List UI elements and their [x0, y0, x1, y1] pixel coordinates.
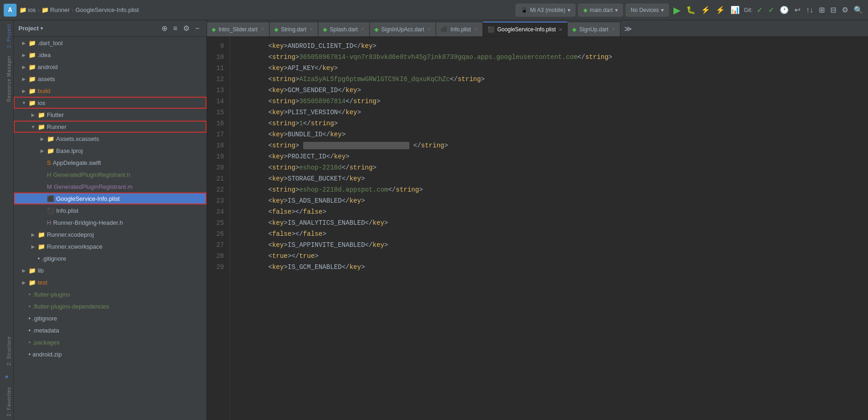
git-push-icon[interactable]: ↑↓ [805, 6, 815, 14]
folder-icon-assets: 📁 [29, 76, 36, 82]
git-undo-icon[interactable]: ↩ [793, 6, 802, 14]
search-icon[interactable]: 🔍 [852, 6, 864, 14]
breadcrumb-ios[interactable]: 📁 ios [19, 6, 36, 13]
tree-bridging[interactable]: ▶ H Runner-Bridging-Header.h [14, 216, 207, 228]
folder-icon-ios: 📁 [29, 99, 36, 106]
tab-icon-string: ◆ [274, 26, 278, 33]
file-icon-plist-gs: ⬛ [47, 195, 54, 202]
tree-metadata[interactable]: ▶ • .metadata [14, 324, 207, 336]
tree-assets[interactable]: ▶ 📁 assets [14, 73, 207, 85]
arrow-icon-xcassets: ▶ [40, 136, 45, 141]
tree-gpr-m[interactable]: ▶ M GeneratedPluginRegistrant.m [14, 181, 207, 192]
tree-runner[interactable]: ▼ 📁 Runner [14, 121, 207, 133]
tree-info-plist[interactable]: ▶ ⬛ Info.plist [14, 204, 207, 216]
tree-base-lproj[interactable]: ▶ 📁 Base.lproj [14, 145, 207, 157]
tree-flutter-plugins[interactable]: ▶ • .flutter-plugins [14, 288, 207, 300]
tree-gitignore-ios[interactable]: ▶ • .gitignore [14, 252, 207, 264]
tree-packages[interactable]: ▶ • .packages [14, 336, 207, 348]
tree-appdelegate[interactable]: ▶ S AppDelegate.swift [14, 157, 207, 169]
tree-android[interactable]: ▶ 📁 android [14, 61, 207, 73]
tab-splash[interactable]: ◆ Splash.dart ✕ [318, 22, 370, 36]
code-line-14: <string>365058967814</string> [237, 96, 861, 107]
panel-icon[interactable]: ⊟ [829, 6, 838, 14]
run-button[interactable]: ▶ [672, 5, 682, 16]
settings-sidebar-btn[interactable]: ⚙ [182, 24, 191, 33]
tab-close-info[interactable]: ✕ [474, 26, 478, 32]
close-sidebar-btn[interactable]: − [193, 24, 202, 33]
folder-icon-flutter: 📁 [38, 111, 45, 118]
tab-icon-splash: ◆ [323, 26, 327, 33]
tab-googleservice-active[interactable]: ⬛ GoogleService-Info.plist ✕ [483, 22, 568, 36]
code-line-19: <key>PROJECT_ID</key> [237, 151, 861, 162]
tree-xcworkspace[interactable]: ▶ 📁 Runner.xcworkspace [14, 240, 207, 252]
git-check2-icon[interactable]: ✓ [767, 6, 776, 14]
tab-close-intro[interactable]: ✕ [260, 26, 264, 32]
stop-button[interactable]: ⚡ [714, 6, 726, 14]
tab-close-string[interactable]: ✕ [309, 26, 313, 32]
breadcrumb-runner[interactable]: 📁 Runner [41, 6, 70, 13]
tab-close-splash[interactable]: ✕ [361, 26, 365, 32]
chevron-down-icon-2: ▾ [615, 7, 618, 13]
device-selector[interactable]: 📱 Mi A3 (mobile) ▾ [516, 4, 575, 17]
arrow-icon-flutter: ▶ [30, 112, 36, 117]
settings-icon[interactable]: ⚙ [840, 6, 850, 14]
breadcrumb-file[interactable]: GoogleService-Info.plist [75, 6, 139, 13]
coverage-button[interactable]: 📊 [729, 6, 741, 14]
tab-icon-info-plist: ⬛ [441, 26, 448, 33]
panel-resource[interactable]: Resource Manager [0, 52, 13, 105]
tree-gitignore-root[interactable]: ▶ • .gitignore [14, 312, 207, 324]
code-editor[interactable]: 9 10 11 12 13 14 15 16 17 18 19 20 21 22… [207, 37, 868, 420]
tree-gpr-h[interactable]: ▶ H GeneratedPluginRegistrant.h [14, 169, 207, 181]
tab-close-gs[interactable]: ✕ [558, 27, 563, 33]
tree-lib[interactable]: ▶ 📁 lib [14, 264, 207, 276]
tree-flutter[interactable]: ▶ 📁 Flutter [14, 109, 207, 121]
code-line-29: <key>IS_GCM_ENABLED</key> [237, 262, 861, 273]
tab-close-signinupacc[interactable]: ✕ [427, 26, 431, 32]
tree-idea[interactable]: ▶ 📁 .idea [14, 49, 207, 61]
tree-test[interactable]: ▶ 📁 test [14, 276, 207, 288]
tab-close-signup[interactable]: ✕ [611, 26, 615, 32]
git-time-icon[interactable]: 🕐 [778, 6, 790, 14]
panel-favorites[interactable]: 2: Favorites [0, 383, 13, 420]
tree-assets-xcassets[interactable]: ▶ 📁 Assets.xcassets [14, 133, 207, 145]
add-file-btn[interactable]: ⊕ [160, 24, 169, 33]
no-devices-btn[interactable]: No Devices ▾ [626, 4, 669, 17]
debug-button[interactable]: 🐛 [685, 6, 697, 14]
profile-button[interactable]: ⚡ [700, 6, 712, 14]
code-line-9: <key>ANDROID_CLIENT_ID</key> [237, 41, 861, 52]
folder-icon-idea: 📁 [29, 52, 36, 58]
code-line-21: <key>STORAGE_BUCKET</key> [237, 173, 861, 184]
code-line-22: <string>eshop-2210d.appspot.com</string> [237, 184, 861, 195]
folder-icon-test: 📁 [29, 279, 36, 286]
arrow-icon-test: ▶ [21, 280, 27, 285]
branch-selector[interactable]: ◆ main.dart ▾ [578, 4, 623, 17]
tab-signinupacc[interactable]: ◆ SignInUpAcc.dart ✕ [370, 22, 436, 36]
layout-icon[interactable]: ⊞ [817, 6, 826, 14]
tree-dart-tool[interactable]: ▶ 📁 .dart_tool [14, 37, 207, 49]
chevron-down-icon: ▾ [568, 7, 570, 13]
tab-string[interactable]: ◆ String.dart ✕ [270, 22, 318, 36]
tree-build[interactable]: ▶ 📁 build [14, 85, 207, 97]
collapse-btn[interactable]: ≡ [171, 24, 180, 33]
tree-ios[interactable]: ▼ 📁 ios [14, 97, 207, 109]
favorites-icon[interactable]: ★ [0, 369, 13, 383]
folder-icon-lib: 📁 [29, 267, 36, 274]
tree-googleservice[interactable]: ▶ ⬛ GoogleService-Info.plist [14, 192, 207, 204]
code-line-13: <key>GCM_SENDER_ID</key> [237, 85, 861, 96]
tab-intro-slider[interactable]: ◆ Intro_Slider.dart ✕ [207, 22, 270, 36]
tree-flutter-plugins-dep[interactable]: ▶ • .flutter-plugins-dependencies [14, 300, 207, 312]
tabs-bar: ◆ Intro_Slider.dart ✕ ◆ String.dart ✕ ◆ … [207, 20, 868, 37]
panel-structure[interactable]: 2: Structure [0, 332, 13, 369]
panel-project[interactable]: 1: Project [0, 20, 13, 52]
arrow-icon-runner: ▼ [30, 124, 36, 129]
code-line-23: <key>IS_ADS_ENABLED</key> [237, 195, 861, 206]
tree-android-zip[interactable]: ▶ • android.zip [14, 348, 207, 360]
git-check-icon[interactable]: ✓ [755, 6, 764, 14]
tab-signup[interactable]: ◆ SignUp.dart ✕ [568, 22, 620, 36]
tab-info-plist[interactable]: ⬛ Info.plist ✕ [436, 22, 483, 36]
arrow-icon-assets: ▶ [21, 76, 27, 82]
tree-xcodeproj[interactable]: ▶ 📁 Runner.xcodeproj [14, 228, 207, 240]
tab-overflow[interactable]: ≫ [621, 22, 636, 36]
sidebar-content: ▶ 📁 .dart_tool ▶ 📁 .idea ▶ 📁 android ▶ 📁… [14, 37, 207, 420]
file-icon-m: M [47, 183, 52, 190]
